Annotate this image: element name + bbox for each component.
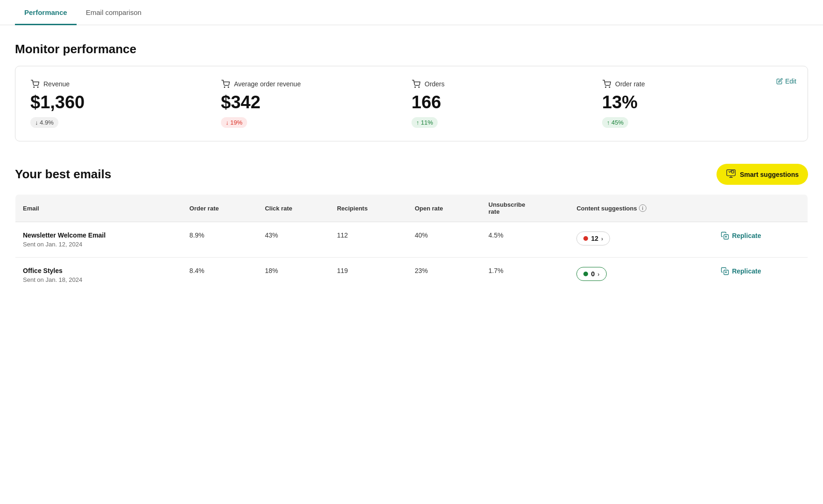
orders-label: Orders	[425, 80, 445, 88]
svg-point-4	[415, 87, 416, 88]
order-rate-cell-2: 8.4%	[182, 258, 258, 293]
chevron-right-icon-1: ›	[601, 235, 603, 242]
svg-point-7	[609, 87, 610, 88]
cart-icon-order-rate	[602, 79, 611, 89]
content-suggestions-info-icon: i	[639, 204, 646, 212]
recipients-cell-2: 119	[329, 258, 407, 293]
table-row: Office Styles Sent on Jan. 18, 2024 8.4%…	[15, 258, 808, 293]
best-emails-title: Your best emails	[15, 167, 111, 182]
metrics-card: Revenue $1,360 ↓ 4.9% Average order reve…	[15, 66, 808, 141]
tab-performance[interactable]: Performance	[15, 0, 77, 25]
open-rate-cell-1: 40%	[407, 222, 481, 258]
metric-orders: Orders 166 ↑ 11%	[412, 79, 602, 128]
click-rate-cell-2: 18%	[257, 258, 329, 293]
svg-point-6	[605, 87, 606, 88]
unsubscribe-rate-cell-2: 1.7%	[481, 258, 569, 293]
replicate-button-1[interactable]: Replicate	[721, 231, 761, 240]
metric-avg-order-revenue: Average order revenue $342 ↓ 19%	[221, 79, 412, 128]
svg-point-1	[37, 87, 38, 88]
main-content: Monitor performance Revenue $1,360 ↓ 4.9…	[0, 25, 823, 310]
col-email: Email	[15, 195, 182, 222]
order-rate-badge: ↑ 45%	[602, 117, 628, 128]
content-suggestions-cell-1: 12 ›	[569, 222, 713, 258]
avg-order-revenue-badge: ↓ 19%	[221, 117, 247, 128]
page-title: Monitor performance	[15, 42, 808, 56]
edit-label: Edit	[785, 77, 796, 85]
smart-suggestions-label: Smart suggestions	[740, 171, 799, 178]
cart-icon-orders	[412, 79, 421, 89]
replicate-cell-1: Replicate	[713, 222, 808, 258]
content-suggestions-badge-1[interactable]: 12 ›	[576, 231, 610, 245]
svg-point-2	[224, 87, 225, 88]
order-rate-label: Order rate	[615, 80, 645, 88]
edit-button[interactable]: Edit	[776, 77, 796, 85]
cart-icon-revenue	[30, 79, 40, 89]
suggestions-count-1: 12	[591, 235, 598, 242]
recipients-cell-1: 112	[329, 222, 407, 258]
email-cell-2: Office Styles Sent on Jan. 18, 2024	[15, 258, 182, 293]
email-cell-1: Newsletter Welcome Email Sent on Jan. 12…	[15, 222, 182, 258]
col-actions	[713, 195, 808, 222]
open-rate-cell-2: 23%	[407, 258, 481, 293]
tab-email-comparison[interactable]: Email comparison	[77, 0, 151, 25]
orders-badge: ↑ 11%	[412, 117, 438, 128]
revenue-label: Revenue	[43, 80, 70, 88]
suggestions-count-2: 0	[591, 270, 595, 278]
avg-order-revenue-value: $342	[221, 92, 397, 112]
smart-suggestions-icon	[726, 168, 736, 180]
col-content-suggestions: Content suggestions i	[569, 195, 713, 222]
metric-order-rate: Order rate 13% ↑ 45%	[602, 79, 793, 128]
replicate-cell-2: Replicate	[713, 258, 808, 293]
table-row: Newsletter Welcome Email Sent on Jan. 12…	[15, 222, 808, 258]
revenue-value: $1,360	[30, 92, 206, 112]
col-unsubscribe-rate: Unsubscriberate	[481, 195, 569, 222]
best-emails-header: Your best emails Smart suggestions	[15, 164, 808, 185]
unsubscribe-rate-cell-1: 4.5%	[481, 222, 569, 258]
email-date-1: Sent on Jan. 12, 2024	[23, 241, 175, 248]
col-open-rate: Open rate	[407, 195, 481, 222]
svg-point-0	[34, 87, 35, 88]
content-suggestions-cell-2: 0 ›	[569, 258, 713, 293]
replicate-label-1: Replicate	[732, 232, 761, 239]
smart-suggestions-button[interactable]: Smart suggestions	[717, 164, 808, 185]
avg-order-revenue-label: Average order revenue	[234, 80, 301, 88]
replicate-label-2: Replicate	[732, 267, 761, 275]
click-rate-cell-1: 43%	[257, 222, 329, 258]
svg-point-9	[731, 171, 734, 174]
tabs-bar: Performance Email comparison	[0, 0, 823, 25]
email-name-1: Newsletter Welcome Email	[23, 231, 175, 239]
emails-table: Email Order rate Click rate Recipients O…	[15, 194, 808, 293]
content-suggestions-badge-2[interactable]: 0 ›	[576, 267, 606, 281]
col-order-rate: Order rate	[182, 195, 258, 222]
order-rate-value: 13%	[602, 92, 778, 112]
dot-icon-2	[583, 272, 588, 276]
svg-point-5	[419, 87, 419, 88]
chevron-right-icon-2: ›	[597, 271, 599, 278]
metric-revenue: Revenue $1,360 ↓ 4.9%	[30, 79, 221, 128]
order-rate-cell-1: 8.9%	[182, 222, 258, 258]
col-click-rate: Click rate	[257, 195, 329, 222]
email-name-2: Office Styles	[23, 267, 175, 274]
cart-icon-avg	[221, 79, 230, 89]
col-recipients: Recipients	[329, 195, 407, 222]
replicate-button-2[interactable]: Replicate	[721, 267, 761, 275]
svg-point-3	[228, 87, 229, 88]
email-date-2: Sent on Jan. 18, 2024	[23, 276, 175, 283]
orders-value: 166	[412, 92, 587, 112]
revenue-badge: ↓ 4.9%	[30, 117, 58, 128]
table-header-row: Email Order rate Click rate Recipients O…	[15, 195, 808, 222]
dot-icon-1	[583, 236, 588, 241]
